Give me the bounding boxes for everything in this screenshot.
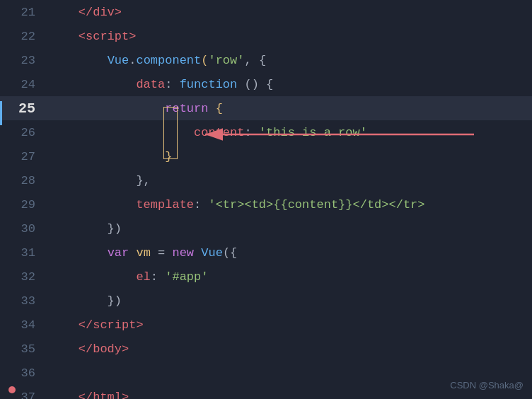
code-line-26: 26 content: 'this is a row'	[0, 120, 532, 144]
line-number: 37	[0, 391, 50, 400]
line-number: 34	[0, 318, 50, 332]
code-line-31: 31 var vm = new Vue({	[0, 241, 532, 265]
code-line-34: 34 </script>	[0, 313, 532, 337]
line-content: </html>	[50, 391, 129, 400]
code-line-35: 35 </body>	[0, 337, 532, 361]
line-number: 33	[0, 294, 50, 308]
line-content: })	[50, 222, 122, 236]
line-number: 22	[0, 30, 50, 43]
line-content: </div>	[50, 6, 122, 19]
active-line-border	[0, 101, 2, 125]
line-number: 26	[0, 126, 50, 139]
line-content: data: function () {	[50, 78, 273, 91]
line-number: 29	[0, 198, 50, 212]
line-content: return {	[50, 102, 223, 115]
code-line-28: 28 },	[0, 168, 532, 192]
line-content: })	[50, 294, 122, 308]
line-content: <script>	[50, 30, 136, 43]
line-content: var vm = new Vue({	[50, 246, 237, 260]
code-line-23: 23 Vue.component('row', {	[0, 48, 532, 72]
line-number: 35	[0, 342, 50, 356]
line-number: 30	[0, 222, 50, 236]
line-content: </body>	[50, 342, 129, 356]
code-line-27: 27 }	[0, 144, 532, 168]
line-content: },	[50, 174, 151, 187]
line-content: template: '<tr><td>{{content}}</td></tr>	[50, 198, 425, 212]
line-number: 31	[0, 246, 50, 260]
code-editor: 21 </div>22 <script>23 Vue.component('ro…	[0, 0, 532, 399]
code-line-24: 24 data: function () {	[0, 72, 532, 96]
line-number: 21	[0, 6, 50, 19]
code-line-30: 30 })	[0, 216, 532, 241]
line-number: 27	[0, 150, 50, 163]
code-lines: 21 </div>22 <script>23 Vue.component('ro…	[0, 0, 532, 399]
watermark: CSDN @Shaka@	[450, 380, 524, 391]
line-number: 24	[0, 78, 50, 91]
line-number: 25	[0, 100, 50, 117]
line-number: 32	[0, 270, 50, 284]
line-number: 28	[0, 174, 50, 187]
code-line-21: 21 </div>	[0, 0, 532, 24]
code-line-29: 29 template: '<tr><td>{{content}}</td></…	[0, 192, 532, 216]
red-dot	[8, 386, 16, 393]
line-number: 36	[0, 366, 50, 380]
line-content: </script>	[50, 318, 144, 332]
code-line-25: 25 return {	[0, 96, 532, 120]
line-content: Vue.component('row', {	[50, 54, 266, 67]
code-line-33: 33 })	[0, 289, 532, 313]
line-content: }	[50, 150, 172, 163]
code-line-32: 32 el: '#app'	[0, 265, 532, 289]
line-content: content: 'this is a row'	[50, 126, 367, 139]
line-content: el: '#app'	[50, 270, 208, 284]
code-line-22: 22 <script>	[0, 24, 532, 48]
line-number: 23	[0, 54, 50, 67]
